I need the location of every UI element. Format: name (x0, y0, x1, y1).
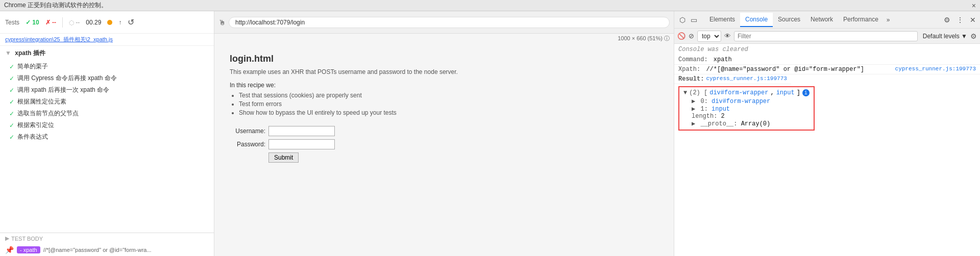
test-label: 简单的栗子 (17, 62, 48, 71)
xpath-value: //*[@name="password" or @id="form-wra... (43, 247, 152, 253)
filter-input[interactable] (734, 31, 918, 41)
default-levels-label[interactable]: Default levels ▼ (923, 33, 967, 40)
result-index: 0: (700, 98, 712, 105)
test-body-section: ▶ TEST BODY (0, 233, 214, 244)
reload-icon[interactable]: ↺ (128, 17, 134, 27)
pin-icon: 📌 (5, 246, 14, 254)
fail-count: ✗ -- (45, 19, 56, 26)
submit-button[interactable]: Submit (268, 152, 299, 163)
test-body-label-text: TEST BODY (11, 236, 43, 242)
info-icon[interactable]: i (802, 89, 810, 96)
filter-icon[interactable]: ⊘ (689, 32, 694, 40)
result-box: ▼ (2) [ div#form-wrapper , input ] i ▶ 0… (678, 86, 815, 131)
login-title: login.html (230, 54, 658, 64)
pass-icon: ✓ (9, 110, 14, 117)
xpath-pin-item[interactable]: 📌 - xpath //*[@name="password" or @id="f… (0, 244, 214, 256)
pass-icon: ✓ (9, 87, 14, 94)
expand-icon[interactable]: ▶ (692, 98, 695, 105)
pass-icon: ✓ (9, 98, 14, 106)
console-settings-icon[interactable]: ⚙ (970, 32, 977, 40)
eye-icon[interactable]: 👁 (724, 32, 731, 40)
test-list: ✓ 简单的栗子 ✓ 调用 Cypress 命令后再接 xpath 命令 ✓ 调用… (0, 61, 214, 233)
pass-count: ✓ 10 (26, 19, 39, 26)
test-label: 选取当前节点的父节点 (17, 109, 79, 118)
list-item[interactable]: ✓ 条件表达式 (0, 131, 214, 143)
tests-label: Tests (5, 19, 19, 26)
list-item[interactable]: ✓ 调用 Cypress 命令后再接 xpath 命令 (0, 72, 214, 84)
username-row: Username: (230, 126, 658, 136)
console-value: xpath (714, 56, 732, 63)
result-div-link[interactable]: div#form-wrapper (709, 89, 768, 96)
browser-panel: 🖱 http://localhost:7079/login 1000 × 660… (214, 11, 674, 256)
recipe-item: Test form errors (239, 100, 658, 108)
password-label: Password: (230, 141, 265, 148)
tab-network[interactable]: Network (805, 13, 838, 27)
result-index: 1: (700, 106, 712, 113)
cypress-panel: Tests ✓ 10 ✗ -- ◌ -- 00.29 ↑ ↺ cypress\i… (0, 11, 214, 256)
pending-count: ◌ -- (69, 19, 80, 26)
list-item[interactable]: ✓ 简单的栗子 (0, 61, 214, 72)
console-key: Command: (678, 56, 708, 63)
console-key: Xpath: (678, 66, 700, 73)
list-item[interactable]: ✓ 根据属性定位元素 (0, 96, 214, 108)
device-icon[interactable]: ▭ (690, 15, 698, 25)
expand-icon[interactable]: ▶ (692, 106, 695, 113)
test-label: 条件表达式 (17, 133, 48, 141)
plugin-header-label: xpath 插件 (15, 49, 45, 57)
test-label: 调用 Cypress 命令后再接 xpath 命令 (17, 74, 117, 83)
password-input[interactable] (268, 139, 335, 149)
elapsed-time: 00.29 (86, 19, 101, 26)
browser-toolbar: 🖱 http://localhost:7079/login (214, 11, 674, 34)
tab-performance[interactable]: Performance (838, 13, 884, 27)
result-input-link[interactable]: input (776, 89, 795, 96)
result-count: (2) [ (689, 89, 707, 96)
chrome-automation-bar: Chrome 正受到自动测试软件的控制。 × (0, 0, 980, 11)
result-item-0-link[interactable]: div#form-wrapper (712, 98, 770, 105)
topbar-close-button[interactable]: × (972, 2, 976, 10)
tab-elements[interactable]: Elements (704, 13, 740, 27)
console-content: Command: xpath (678, 56, 976, 63)
context-selector[interactable]: top (697, 31, 721, 42)
login-desc: This example uses an XHR that POSTs user… (230, 68, 658, 75)
devtools-panel: ⬡ ▭ Elements Console Sources Network Per… (674, 11, 980, 256)
viewport-info: 1000 × 660 (51%) ⓘ (214, 34, 674, 43)
more-tabs-button[interactable]: » (884, 14, 893, 25)
result-key: Result: (678, 75, 704, 83)
devtools-close-icon[interactable]: ✕ (968, 15, 978, 25)
result-expand-arrow[interactable]: ▼ (683, 89, 687, 96)
tab-console[interactable]: Console (740, 13, 773, 27)
result-length: length: 2 (683, 113, 810, 120)
proto-key: __proto__: (700, 120, 741, 127)
pointer-icon[interactable]: 🖱 (218, 18, 226, 27)
devtools-icons: ⬡ ▭ (676, 15, 700, 25)
list-item[interactable]: ✓ 选取当前节点的父节点 (0, 108, 214, 119)
recipe-list: Test that sessions (cookies) are properl… (230, 92, 658, 118)
xpath-badge: - xpath (17, 246, 40, 253)
address-bar[interactable]: http://localhost:7079/login (229, 17, 670, 28)
console-toolbar: 🚫 ⊘ top 👁 Default levels ▼ ⚙ (674, 29, 980, 44)
username-input[interactable] (268, 126, 335, 136)
settings-icon[interactable]: ⚙ (942, 15, 952, 25)
result-label-row: Result: (678, 75, 706, 83)
list-item[interactable]: ✓ 调用 xpath 后再接一次 xpath 命令 (0, 84, 214, 96)
result-proto: ▶ __proto__: Array(0) (683, 120, 810, 127)
pass-icon: ✓ (9, 134, 14, 141)
result-item-1-link[interactable]: input (712, 106, 730, 113)
console-source[interactable]: cypress_runner.js:199773 (895, 66, 976, 72)
result-source[interactable]: cypress_runner.js:199773 (706, 75, 787, 82)
inspect-icon[interactable]: ⬡ (678, 15, 687, 25)
status-dot (107, 20, 112, 25)
recipe-item: Test that sessions (cookies) are properl… (239, 92, 658, 99)
breadcrumb[interactable]: cypress\integration\25_插件相关\2_xpath.js (0, 34, 214, 46)
more-options-icon[interactable]: ⋮ (954, 15, 966, 25)
browser-content: login.html This example uses an XHR that… (214, 43, 674, 256)
result-comma: , (770, 89, 774, 96)
proto-expand-icon[interactable]: ▶ (692, 120, 695, 127)
clear-console-icon[interactable]: 🚫 (677, 32, 685, 40)
automation-message: Chrome 正受到自动测试软件的控制。 (4, 1, 107, 10)
list-item[interactable]: ✓ 根据索引定位 (0, 119, 214, 131)
tab-sources[interactable]: Sources (773, 13, 805, 27)
username-label: Username: (230, 127, 265, 135)
test-label: 根据索引定位 (17, 121, 54, 130)
devtools-right-icons: ⚙ ⋮ ✕ (942, 15, 978, 25)
